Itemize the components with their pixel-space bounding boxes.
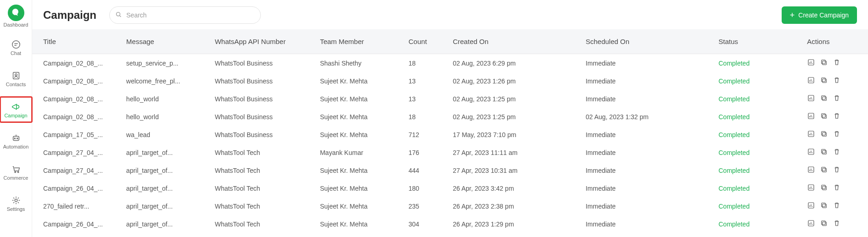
- cell-count: 18: [403, 108, 447, 126]
- app-logo[interactable]: [8, 5, 24, 21]
- copy-icon[interactable]: [820, 201, 828, 211]
- delete-icon[interactable]: [833, 76, 841, 86]
- cell-title[interactable]: Campaign_02_08_...: [32, 54, 121, 72]
- svg-rect-30: [822, 167, 825, 171]
- svg-rect-21: [822, 114, 825, 117]
- cell-created: 17 May, 2023 7:10 pm: [447, 126, 580, 143]
- copy-icon[interactable]: [820, 76, 828, 86]
- analytics-icon[interactable]: [807, 76, 815, 86]
- copy-icon[interactable]: [820, 94, 828, 104]
- copy-icon[interactable]: [820, 219, 828, 229]
- copy-icon[interactable]: [820, 112, 828, 121]
- sidebar-item-automation[interactable]: Automation: [2, 129, 30, 152]
- delete-icon[interactable]: [833, 148, 841, 157]
- analytics-icon[interactable]: [807, 130, 815, 139]
- search-icon: [115, 11, 122, 20]
- sidebar: Dashboard Chat Contacts Campaign Autom: [0, 0, 32, 237]
- search-wrap: [109, 6, 261, 24]
- cell-title[interactable]: Campaign_26_04_...: [32, 179, 121, 197]
- cell-title[interactable]: Campaign_02_08_...: [32, 108, 121, 126]
- cell-member: Sujeet Kr. Mehta: [315, 215, 403, 233]
- cell-actions: [801, 72, 868, 90]
- col-header-title[interactable]: Title: [32, 29, 121, 54]
- delete-icon[interactable]: [833, 165, 841, 175]
- analytics-icon[interactable]: [807, 201, 815, 211]
- col-header-message[interactable]: Message: [121, 29, 209, 54]
- sidebar-item-label: Settings: [7, 206, 25, 212]
- analytics-icon[interactable]: [807, 94, 815, 104]
- delete-icon[interactable]: [833, 112, 841, 121]
- app-logo-label: Dashboard: [4, 22, 28, 28]
- analytics-icon[interactable]: [807, 58, 815, 68]
- svg-rect-20: [823, 115, 826, 118]
- cell-api: WhatsTool Tech: [209, 215, 315, 233]
- svg-rect-17: [823, 97, 826, 100]
- col-header-created[interactable]: Created On: [447, 29, 580, 54]
- sidebar-item-settings[interactable]: Settings: [2, 192, 30, 215]
- svg-rect-38: [823, 222, 826, 226]
- col-header-api[interactable]: WhatsApp API Number: [209, 29, 315, 54]
- cell-member: Sujeet Kr. Mehta: [315, 197, 403, 215]
- analytics-icon[interactable]: [807, 165, 815, 175]
- search-input[interactable]: [109, 6, 261, 24]
- cell-title[interactable]: Campaign_26_04_...: [32, 215, 121, 233]
- svg-point-9: [116, 12, 120, 16]
- cell-api: WhatsTool Tech: [209, 179, 315, 197]
- cell-created: 02 Aug, 2023 1:26 pm: [447, 72, 580, 90]
- analytics-icon[interactable]: [807, 148, 815, 157]
- copy-icon[interactable]: [820, 58, 828, 68]
- copy-icon[interactable]: [820, 165, 828, 175]
- delete-icon[interactable]: [833, 58, 841, 68]
- cell-count: 13: [403, 90, 447, 108]
- sidebar-item-commerce[interactable]: Commerce: [2, 160, 30, 183]
- col-header-status[interactable]: Status: [713, 29, 801, 54]
- cell-member: Sujeet Kr. Mehta: [315, 126, 403, 143]
- table-row: Campaign_27_04_...april_target_of...What…: [32, 161, 868, 179]
- cell-actions: [801, 108, 868, 126]
- delete-icon[interactable]: [833, 130, 841, 139]
- svg-rect-35: [823, 204, 826, 208]
- cell-member: Mayank Kumar: [315, 143, 403, 161]
- col-header-scheduled[interactable]: Scheduled On: [580, 29, 713, 54]
- cell-title[interactable]: Campaign_17_05_...: [32, 126, 121, 143]
- sidebar-item-chat[interactable]: Chat: [2, 36, 30, 59]
- analytics-icon[interactable]: [807, 183, 815, 193]
- cell-scheduled: Immediate: [580, 143, 713, 161]
- table-row: Campaign_26_04_...april_target_of...What…: [32, 179, 868, 197]
- copy-icon[interactable]: [820, 183, 828, 193]
- cell-scheduled: Immediate: [580, 90, 713, 108]
- col-header-count[interactable]: Count: [403, 29, 447, 54]
- cell-status: Completed: [713, 90, 801, 108]
- analytics-icon[interactable]: [807, 219, 815, 229]
- cell-actions: [801, 126, 868, 143]
- copy-icon[interactable]: [820, 148, 828, 157]
- copy-icon[interactable]: [820, 130, 828, 139]
- robot-icon: [10, 132, 22, 144]
- cell-message: welcome_free_pl...: [121, 72, 209, 90]
- cell-count: 235: [403, 197, 447, 215]
- cell-created: 02 Aug, 2023 1:25 pm: [447, 108, 580, 126]
- cell-title[interactable]: Campaign_27_04_...: [32, 161, 121, 179]
- delete-icon[interactable]: [833, 183, 841, 193]
- sidebar-item-campaign[interactable]: Campaign: [2, 98, 30, 121]
- delete-icon[interactable]: [833, 201, 841, 211]
- cell-title[interactable]: Campaign_02_08_...: [32, 90, 121, 108]
- cell-title[interactable]: 270_failed retr...: [32, 197, 121, 215]
- delete-icon[interactable]: [833, 219, 841, 229]
- delete-icon[interactable]: [833, 94, 841, 104]
- cell-title[interactable]: Campaign_27_04_...: [32, 143, 121, 161]
- sidebar-item-contacts[interactable]: Contacts: [2, 67, 30, 90]
- cell-actions: [801, 161, 868, 179]
- cell-message: hello_world: [121, 108, 209, 126]
- cell-message: april_target_of...: [121, 215, 209, 233]
- contacts-icon: [10, 70, 22, 82]
- table-row: Campaign_02_08_...hello_worldWhatsTool B…: [32, 90, 868, 108]
- cell-title[interactable]: Campaign_02_08_...: [32, 72, 121, 90]
- svg-point-5: [17, 138, 17, 139]
- cell-created: 27 Apr, 2023 11:11 am: [447, 143, 580, 161]
- analytics-icon[interactable]: [807, 112, 815, 121]
- create-campaign-button[interactable]: + Create Campaign: [782, 6, 857, 24]
- col-header-member[interactable]: Team Member: [315, 29, 403, 54]
- cell-status: Completed: [713, 108, 801, 126]
- cell-message: april_target_of...: [121, 143, 209, 161]
